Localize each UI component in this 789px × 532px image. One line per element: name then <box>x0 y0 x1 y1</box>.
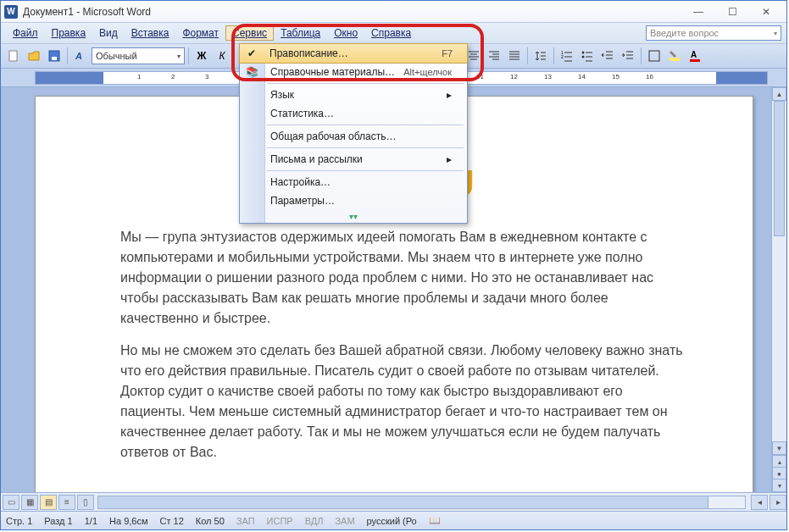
window-title: Документ1 - Microsoft Word <box>23 6 151 18</box>
status-rec[interactable]: ЗАП <box>236 516 255 526</box>
svg-text:2: 2 <box>561 54 564 59</box>
status-ovr[interactable]: ЗАМ <box>335 516 354 526</box>
word-app-icon: W <box>4 5 18 19</box>
scroll-up-button[interactable]: ▲ <box>772 87 786 101</box>
menuitem-mail-merge[interactable]: Письма и рассылки ▸ <box>240 150 467 169</box>
menu-window[interactable]: Окно <box>327 25 364 41</box>
hscroll-right-button[interactable]: ▸ <box>770 495 786 510</box>
align-right-button[interactable] <box>485 47 503 65</box>
svg-point-6 <box>582 52 585 54</box>
titlebar: W Документ1 - Microsoft Word — ☐ ✕ <box>1 1 786 23</box>
status-pages: 1/1 <box>85 516 97 526</box>
vertical-scrollbar[interactable]: ▲ ▼ ▴ ● ▾ <box>771 87 786 492</box>
research-icon: 📚 <box>245 65 258 79</box>
increase-indent-button[interactable] <box>619 47 637 65</box>
menu-table[interactable]: Таблица <box>274 25 327 41</box>
menuitem-shared-workspace[interactable]: Общая рабочая область… <box>240 127 467 146</box>
svg-rect-2 <box>52 57 57 60</box>
style-picker-button[interactable]: A <box>71 47 90 65</box>
outline-view-button[interactable]: ≡ <box>58 495 75 510</box>
menu-format[interactable]: Формат <box>175 25 225 41</box>
scroll-down-button[interactable]: ▼ <box>772 441 786 455</box>
menuitem-spelling[interactable]: ✔ Правописание… F7 <box>239 43 468 64</box>
font-color-button[interactable]: A <box>686 47 704 65</box>
svg-rect-11 <box>690 59 700 62</box>
status-language[interactable]: русский (Ро <box>367 516 417 526</box>
ask-question-box[interactable]: Введите вопрос▾ <box>646 25 781 41</box>
menu-view[interactable]: Вид <box>92 25 125 41</box>
paragraph-1: Мы — група энтузиастов одержимых идеей п… <box>120 227 685 329</box>
status-trk[interactable]: ИСПР <box>267 516 293 526</box>
status-at: На 9,6см <box>109 516 147 526</box>
menu-expand-button[interactable]: ▾▾ <box>240 210 467 223</box>
highlight-button[interactable] <box>665 47 684 65</box>
spell-status-icon[interactable]: 📖 <box>429 515 441 526</box>
menu-insert[interactable]: Вставка <box>125 25 176 41</box>
submenu-arrow-icon: ▸ <box>447 153 452 165</box>
menu-tools[interactable]: Сервис <box>225 25 274 41</box>
reading-view-button[interactable]: ▯ <box>77 495 94 510</box>
status-page: Стр. 1 <box>6 516 32 526</box>
paragraph-2: Но мы не сможем это сделать без Вашей аб… <box>120 341 685 463</box>
minimize-button[interactable]: — <box>681 3 715 20</box>
svg-point-7 <box>582 56 585 58</box>
spelling-icon: ✔ <box>245 47 258 60</box>
status-section: Разд 1 <box>44 516 72 526</box>
chevron-down-icon: ▾▾ <box>349 212 358 221</box>
menu-help[interactable]: Справка <box>364 25 418 41</box>
italic-button[interactable]: К <box>213 47 231 65</box>
svg-text:A: A <box>691 50 697 59</box>
svg-rect-0 <box>9 51 17 61</box>
new-document-button[interactable] <box>4 47 23 65</box>
bullet-list-button[interactable] <box>578 47 597 65</box>
menuitem-customize[interactable]: Настройка… <box>240 173 467 191</box>
hscroll-left-button[interactable]: ◂ <box>751 495 768 510</box>
style-select[interactable]: Обычный <box>92 47 185 64</box>
maximize-button[interactable]: ☐ <box>715 3 749 20</box>
svg-rect-9 <box>670 58 680 61</box>
normal-view-button[interactable]: ▭ <box>3 495 19 510</box>
save-button[interactable] <box>45 47 64 65</box>
bold-button[interactable]: Ж <box>192 47 211 65</box>
next-page-button[interactable]: ▾ <box>772 479 786 492</box>
svg-text:A: A <box>75 51 82 61</box>
decrease-indent-button[interactable] <box>598 47 617 65</box>
vscroll-thumb[interactable] <box>774 101 785 236</box>
web-view-button[interactable]: ▦ <box>21 495 38 510</box>
svg-rect-8 <box>649 51 659 61</box>
menuitem-language[interactable]: Язык ▸ <box>240 86 467 104</box>
status-col: Кол 50 <box>196 516 225 526</box>
status-line: Ст 12 <box>160 516 184 526</box>
numbered-list-button[interactable]: 12 <box>558 47 576 65</box>
borders-button[interactable] <box>645 47 664 65</box>
hscroll-row: ▭ ▦ ▤ ≡ ▯ ◂ ▸ <box>1 492 786 511</box>
align-justify-button[interactable] <box>505 47 524 65</box>
statusbar: Стр. 1 Разд 1 1/1 На 9,6см Ст 12 Кол 50 … <box>1 511 786 529</box>
tools-dropdown: ✔ Правописание… F7 📚 Справочные материал… <box>239 43 468 224</box>
menubar: Файл Правка Вид Вставка Формат Сервис Та… <box>1 23 786 43</box>
open-button[interactable] <box>25 47 43 65</box>
line-spacing-button[interactable] <box>531 47 550 65</box>
print-layout-view-button[interactable]: ▤ <box>40 495 57 510</box>
app-window: W Документ1 - Microsoft Word — ☐ ✕ Файл … <box>0 0 787 530</box>
menu-edit[interactable]: Правка <box>45 25 93 41</box>
status-ext[interactable]: ВДЛ <box>305 516 324 526</box>
hscroll-thumb[interactable] <box>98 496 708 508</box>
submenu-arrow-icon: ▸ <box>447 89 452 101</box>
close-button[interactable]: ✕ <box>749 3 783 20</box>
menu-file[interactable]: Файл <box>6 25 45 41</box>
menuitem-options[interactable]: Параметры… <box>240 191 467 210</box>
menuitem-research[interactable]: 📚 Справочные материалы… Alt+щелчок <box>240 63 467 81</box>
horizontal-scrollbar[interactable] <box>97 496 746 509</box>
menuitem-statistics[interactable]: Статистика… <box>240 104 467 123</box>
